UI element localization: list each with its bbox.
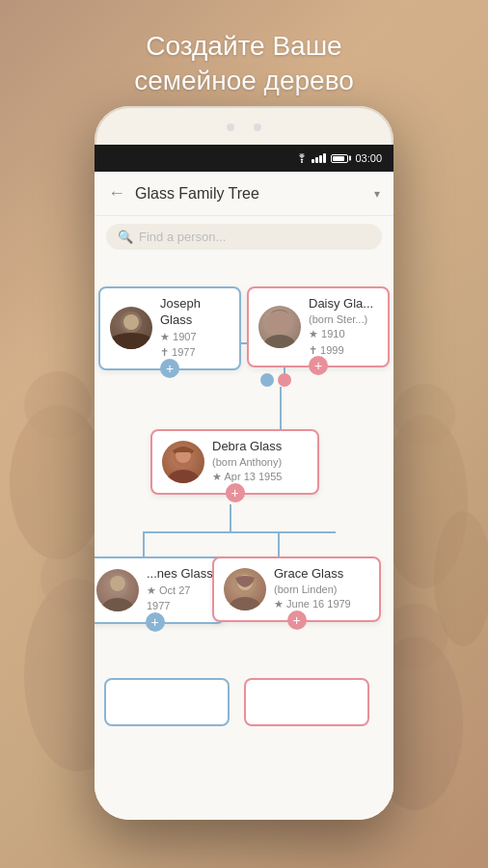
svg-point-12 [123, 314, 139, 330]
phone-dot-right [254, 123, 261, 131]
debra-info: Debra Glass (born Anthony) ★ Apr 13 1955 [212, 439, 308, 485]
debra-maiden: (born Anthony) [212, 455, 308, 469]
h-line-children [143, 531, 336, 533]
back-button[interactable]: ← [108, 183, 125, 203]
joseph-glass-card[interactable]: Joseph Glass ★ 1907 ✝ 1977 + [98, 286, 241, 370]
dropdown-arrow-icon[interactable]: ▾ [374, 187, 380, 201]
svg-point-16 [270, 310, 289, 321]
daisy-birth: ★ 1910 [309, 326, 378, 342]
joseph-avatar [110, 307, 152, 349]
daisy-add-button[interactable]: + [309, 356, 328, 375]
svg-point-13 [269, 311, 290, 332]
ines-avatar [96, 569, 139, 611]
grace-birth: ★ June 16 1979 [274, 596, 369, 612]
grace-avatar [224, 568, 266, 610]
search-icon: 🔍 [118, 230, 133, 244]
debra-birth: ★ Apr 13 1955 [212, 469, 308, 485]
app-screen: ← Glass Family Tree ▾ 🔍 Find a person... [95, 172, 393, 820]
grace-name: Grace Glass [274, 566, 369, 583]
debra-add-button[interactable]: + [226, 483, 245, 502]
daisy-avatar [258, 306, 301, 348]
svg-point-18 [168, 470, 199, 483]
v-line-to-ines [143, 531, 145, 558]
bottom-card-2[interactable] [244, 678, 369, 726]
promo-line1: Создайте Ваше [0, 29, 488, 64]
debra-glass-card[interactable]: Debra Glass (born Anthony) ★ Apr 13 1955… [150, 429, 319, 495]
svg-point-24 [230, 597, 260, 610]
wifi-icon [295, 153, 309, 163]
joseph-add-button[interactable]: + [160, 359, 179, 378]
ines-glass-card[interactable]: ...nes Glass ★ Oct 27 1977 + [95, 556, 225, 624]
svg-point-14 [264, 335, 295, 348]
couple-connector [260, 373, 291, 387]
debra-name: Debra Glass [212, 439, 308, 455]
ines-birth: ★ Oct 27 1977 [147, 583, 213, 614]
promo-line2: семейное дерево [0, 64, 488, 98]
ines-info: ...nes Glass ★ Oct 27 1977 [147, 566, 213, 614]
grace-add-button[interactable]: + [287, 610, 307, 630]
svg-point-15 [272, 313, 287, 329]
search-bar[interactable]: 🔍 Find a person... [106, 224, 382, 250]
v-line-to-debra [280, 387, 282, 430]
battery-icon [331, 154, 348, 163]
search-placeholder: Find a person... [139, 230, 226, 244]
app-title: Glass Family Tree [135, 185, 363, 203]
status-icons: 03:00 [295, 152, 382, 164]
signal-icon [312, 153, 326, 163]
blue-dot [260, 373, 274, 387]
joseph-info: Joseph Glass ★ 1907 ✝ 1977 [160, 296, 230, 361]
phone-frame: 03:00 ← Glass Family Tree ▾ 🔍 Find a per… [95, 106, 393, 820]
ines-add-button[interactable]: + [146, 612, 165, 632]
v-line-to-grace [278, 531, 280, 558]
svg-point-1 [24, 371, 92, 439]
v-line-debra-down [230, 504, 231, 533]
grace-glass-card[interactable]: Grace Glass (born Linden) ★ June 16 1979… [212, 556, 381, 622]
joseph-name: Joseph Glass [160, 296, 230, 329]
svg-point-22 [110, 576, 125, 591]
daisy-maiden: (born Ster...) [309, 312, 378, 326]
app-header: ← Glass Family Tree ▾ [95, 172, 393, 216]
grace-info: Grace Glass (born Linden) ★ June 16 1979 [274, 566, 369, 612]
daisy-name: Daisy Gla... [309, 296, 378, 312]
status-bar: 03:00 [95, 145, 393, 172]
joseph-birth: ★ 1907 [160, 329, 230, 345]
svg-point-3 [393, 384, 455, 446]
status-time: 03:00 [355, 152, 382, 164]
svg-point-9 [301, 161, 303, 163]
svg-point-11 [116, 336, 147, 349]
phone-top-bar [227, 123, 261, 131]
daisy-glass-card[interactable]: Daisy Gla... (born Ster...) ★ 1910 ✝ 199… [247, 286, 390, 367]
promo-text: Создайте Ваше семейное дерево [0, 29, 488, 99]
debra-avatar [162, 441, 204, 483]
family-tree-area: Joseph Glass ★ 1907 ✝ 1977 + [95, 258, 393, 798]
grace-maiden: (born Linden) [274, 583, 369, 596]
bottom-card-1[interactable] [104, 678, 230, 726]
phone-dot-left [227, 123, 234, 131]
ines-name: ...nes Glass [147, 566, 213, 583]
daisy-info: Daisy Gla... (born Ster...) ★ 1910 ✝ 199… [309, 296, 378, 358]
pink-dot [278, 373, 291, 387]
svg-point-21 [102, 598, 133, 611]
